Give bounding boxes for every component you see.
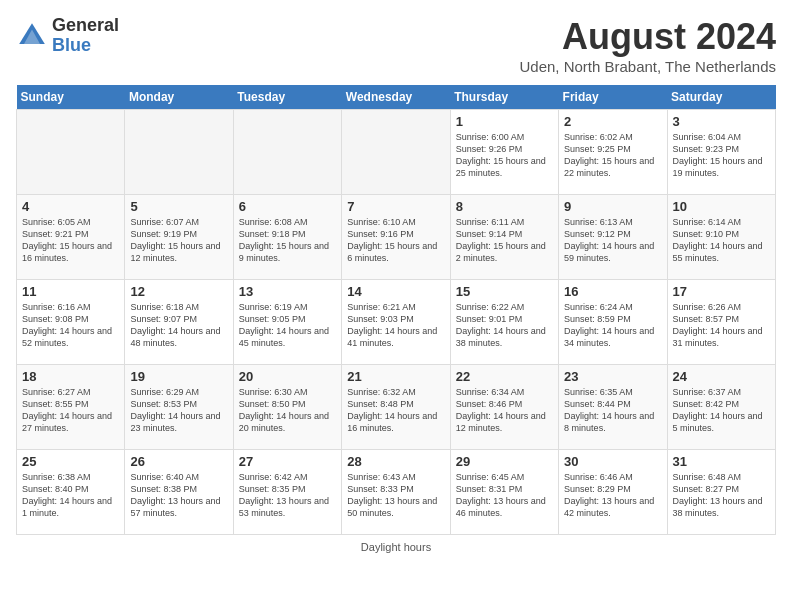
calendar-cell: 22Sunrise: 6:34 AM Sunset: 8:46 PM Dayli… — [450, 365, 558, 450]
logo: General Blue — [16, 16, 119, 56]
week-row-3: 11Sunrise: 6:16 AM Sunset: 9:08 PM Dayli… — [17, 280, 776, 365]
calendar-cell: 2Sunrise: 6:02 AM Sunset: 9:25 PM Daylig… — [559, 110, 667, 195]
cell-info: Sunrise: 6:45 AM Sunset: 8:31 PM Dayligh… — [456, 471, 553, 520]
day-number: 17 — [673, 284, 770, 299]
calendar-cell: 3Sunrise: 6:04 AM Sunset: 9:23 PM Daylig… — [667, 110, 775, 195]
cell-info: Sunrise: 6:10 AM Sunset: 9:16 PM Dayligh… — [347, 216, 444, 265]
day-number: 22 — [456, 369, 553, 384]
location-title: Uden, North Brabant, The Netherlands — [519, 58, 776, 75]
calendar-cell: 18Sunrise: 6:27 AM Sunset: 8:55 PM Dayli… — [17, 365, 125, 450]
cell-info: Sunrise: 6:43 AM Sunset: 8:33 PM Dayligh… — [347, 471, 444, 520]
calendar-cell: 16Sunrise: 6:24 AM Sunset: 8:59 PM Dayli… — [559, 280, 667, 365]
calendar-cell: 6Sunrise: 6:08 AM Sunset: 9:18 PM Daylig… — [233, 195, 341, 280]
logo-general-text: General — [52, 16, 119, 36]
calendar-cell: 23Sunrise: 6:35 AM Sunset: 8:44 PM Dayli… — [559, 365, 667, 450]
day-header-friday: Friday — [559, 85, 667, 110]
day-number: 20 — [239, 369, 336, 384]
cell-info: Sunrise: 6:32 AM Sunset: 8:48 PM Dayligh… — [347, 386, 444, 435]
day-number: 8 — [456, 199, 553, 214]
calendar-cell: 17Sunrise: 6:26 AM Sunset: 8:57 PM Dayli… — [667, 280, 775, 365]
calendar-cell: 21Sunrise: 6:32 AM Sunset: 8:48 PM Dayli… — [342, 365, 450, 450]
day-number: 16 — [564, 284, 661, 299]
calendar-cell: 7Sunrise: 6:10 AM Sunset: 9:16 PM Daylig… — [342, 195, 450, 280]
day-number: 26 — [130, 454, 227, 469]
calendar-cell: 26Sunrise: 6:40 AM Sunset: 8:38 PM Dayli… — [125, 450, 233, 535]
cell-info: Sunrise: 6:04 AM Sunset: 9:23 PM Dayligh… — [673, 131, 770, 180]
day-number: 30 — [564, 454, 661, 469]
day-number: 19 — [130, 369, 227, 384]
calendar-cell: 19Sunrise: 6:29 AM Sunset: 8:53 PM Dayli… — [125, 365, 233, 450]
week-row-2: 4Sunrise: 6:05 AM Sunset: 9:21 PM Daylig… — [17, 195, 776, 280]
day-number: 11 — [22, 284, 119, 299]
day-number: 1 — [456, 114, 553, 129]
day-header-thursday: Thursday — [450, 85, 558, 110]
calendar-cell: 31Sunrise: 6:48 AM Sunset: 8:27 PM Dayli… — [667, 450, 775, 535]
day-number: 12 — [130, 284, 227, 299]
calendar-cell: 1Sunrise: 6:00 AM Sunset: 9:26 PM Daylig… — [450, 110, 558, 195]
day-number: 29 — [456, 454, 553, 469]
title-block: August 2024 Uden, North Brabant, The Net… — [519, 16, 776, 75]
day-number: 7 — [347, 199, 444, 214]
day-number: 18 — [22, 369, 119, 384]
calendar-cell — [125, 110, 233, 195]
cell-info: Sunrise: 6:07 AM Sunset: 9:19 PM Dayligh… — [130, 216, 227, 265]
cell-info: Sunrise: 6:13 AM Sunset: 9:12 PM Dayligh… — [564, 216, 661, 265]
calendar-cell: 30Sunrise: 6:46 AM Sunset: 8:29 PM Dayli… — [559, 450, 667, 535]
cell-info: Sunrise: 6:11 AM Sunset: 9:14 PM Dayligh… — [456, 216, 553, 265]
day-number: 4 — [22, 199, 119, 214]
calendar-cell: 8Sunrise: 6:11 AM Sunset: 9:14 PM Daylig… — [450, 195, 558, 280]
cell-info: Sunrise: 6:14 AM Sunset: 9:10 PM Dayligh… — [673, 216, 770, 265]
cell-info: Sunrise: 6:18 AM Sunset: 9:07 PM Dayligh… — [130, 301, 227, 350]
calendar-table: SundayMondayTuesdayWednesdayThursdayFrid… — [16, 85, 776, 535]
logo-blue-text: Blue — [52, 36, 119, 56]
cell-info: Sunrise: 6:08 AM Sunset: 9:18 PM Dayligh… — [239, 216, 336, 265]
day-number: 28 — [347, 454, 444, 469]
cell-info: Sunrise: 6:02 AM Sunset: 9:25 PM Dayligh… — [564, 131, 661, 180]
cell-info: Sunrise: 6:42 AM Sunset: 8:35 PM Dayligh… — [239, 471, 336, 520]
cell-info: Sunrise: 6:05 AM Sunset: 9:21 PM Dayligh… — [22, 216, 119, 265]
cell-info: Sunrise: 6:27 AM Sunset: 8:55 PM Dayligh… — [22, 386, 119, 435]
day-header-wednesday: Wednesday — [342, 85, 450, 110]
day-header-sunday: Sunday — [17, 85, 125, 110]
cell-info: Sunrise: 6:26 AM Sunset: 8:57 PM Dayligh… — [673, 301, 770, 350]
calendar-cell: 15Sunrise: 6:22 AM Sunset: 9:01 PM Dayli… — [450, 280, 558, 365]
cell-info: Sunrise: 6:21 AM Sunset: 9:03 PM Dayligh… — [347, 301, 444, 350]
cell-info: Sunrise: 6:29 AM Sunset: 8:53 PM Dayligh… — [130, 386, 227, 435]
day-header-monday: Monday — [125, 85, 233, 110]
day-header-tuesday: Tuesday — [233, 85, 341, 110]
calendar-cell: 25Sunrise: 6:38 AM Sunset: 8:40 PM Dayli… — [17, 450, 125, 535]
calendar-cell: 24Sunrise: 6:37 AM Sunset: 8:42 PM Dayli… — [667, 365, 775, 450]
cell-info: Sunrise: 6:30 AM Sunset: 8:50 PM Dayligh… — [239, 386, 336, 435]
footer-note: Daylight hours — [16, 541, 776, 553]
month-title: August 2024 — [519, 16, 776, 58]
calendar-cell: 13Sunrise: 6:19 AM Sunset: 9:05 PM Dayli… — [233, 280, 341, 365]
day-number: 15 — [456, 284, 553, 299]
calendar-cell — [17, 110, 125, 195]
day-number: 2 — [564, 114, 661, 129]
calendar-cell: 12Sunrise: 6:18 AM Sunset: 9:07 PM Dayli… — [125, 280, 233, 365]
logo-icon — [16, 20, 48, 52]
week-row-4: 18Sunrise: 6:27 AM Sunset: 8:55 PM Dayli… — [17, 365, 776, 450]
day-number: 23 — [564, 369, 661, 384]
day-number: 5 — [130, 199, 227, 214]
day-number: 3 — [673, 114, 770, 129]
day-number: 10 — [673, 199, 770, 214]
cell-info: Sunrise: 6:37 AM Sunset: 8:42 PM Dayligh… — [673, 386, 770, 435]
calendar-cell: 11Sunrise: 6:16 AM Sunset: 9:08 PM Dayli… — [17, 280, 125, 365]
calendar-cell — [342, 110, 450, 195]
day-number: 31 — [673, 454, 770, 469]
calendar-cell: 9Sunrise: 6:13 AM Sunset: 9:12 PM Daylig… — [559, 195, 667, 280]
week-row-5: 25Sunrise: 6:38 AM Sunset: 8:40 PM Dayli… — [17, 450, 776, 535]
calendar-cell: 10Sunrise: 6:14 AM Sunset: 9:10 PM Dayli… — [667, 195, 775, 280]
calendar-cell: 5Sunrise: 6:07 AM Sunset: 9:19 PM Daylig… — [125, 195, 233, 280]
week-row-1: 1Sunrise: 6:00 AM Sunset: 9:26 PM Daylig… — [17, 110, 776, 195]
day-number: 24 — [673, 369, 770, 384]
day-number: 21 — [347, 369, 444, 384]
logo-text: General Blue — [52, 16, 119, 56]
day-number: 6 — [239, 199, 336, 214]
cell-info: Sunrise: 6:46 AM Sunset: 8:29 PM Dayligh… — [564, 471, 661, 520]
day-number: 9 — [564, 199, 661, 214]
day-number: 25 — [22, 454, 119, 469]
calendar-cell: 4Sunrise: 6:05 AM Sunset: 9:21 PM Daylig… — [17, 195, 125, 280]
day-number: 13 — [239, 284, 336, 299]
